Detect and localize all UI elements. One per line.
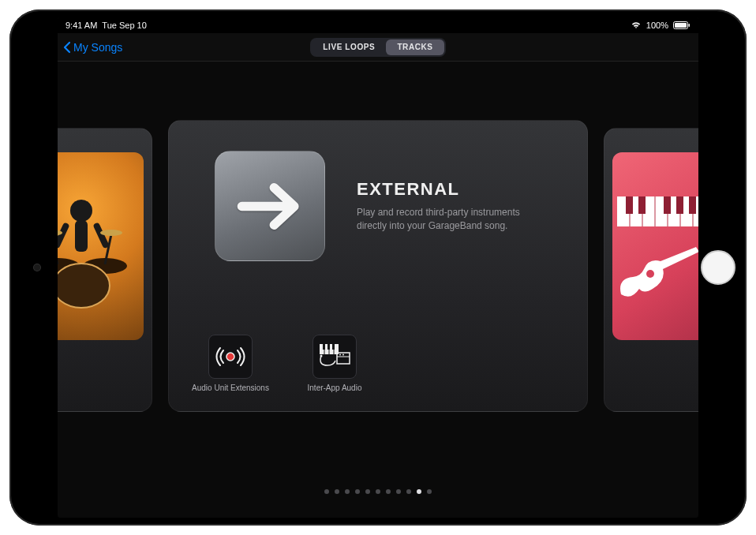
status-date: Tue Sep 10 xyxy=(102,21,146,30)
option-inter-app-audio[interactable]: Inter-App Audio xyxy=(292,335,377,392)
status-bar: 9:41 AM Tue Sep 10 100% xyxy=(58,17,698,33)
chevron-left-icon xyxy=(62,41,72,54)
page-dot[interactable] xyxy=(386,489,391,494)
svg-rect-5 xyxy=(58,222,70,249)
segment-live-loops[interactable]: LIVE LOOPS xyxy=(312,39,386,55)
card-description: Play and record third-party instruments … xyxy=(357,206,538,234)
status-time: 9:41 AM xyxy=(65,21,97,30)
page-dot[interactable] xyxy=(376,489,380,494)
carousel-card-previous[interactable] xyxy=(58,128,152,412)
svg-rect-37 xyxy=(638,196,646,214)
wifi-icon xyxy=(631,21,642,29)
page-dot[interactable] xyxy=(324,489,329,494)
inter-app-audio-icon xyxy=(313,335,357,379)
carousel-card-next[interactable] xyxy=(604,128,698,412)
svg-rect-39 xyxy=(676,196,683,214)
external-arrow-icon xyxy=(215,151,325,261)
page-dot[interactable] xyxy=(417,489,421,494)
svg-rect-1 xyxy=(675,23,687,28)
option-label: Audio Unit Extensions xyxy=(192,383,269,392)
instrument-carousel[interactable]: EXTERNAL Play and record third-party ins… xyxy=(58,120,698,420)
svg-point-41 xyxy=(646,270,654,278)
card-title: EXTERNAL xyxy=(357,179,538,200)
ipad-device-frame: 9:41 AM Tue Sep 10 100% xyxy=(0,0,756,535)
svg-rect-36 xyxy=(626,196,633,214)
carousel-card-external: EXTERNAL Play and record third-party ins… xyxy=(168,120,588,412)
status-battery-text: 100% xyxy=(646,21,668,30)
svg-rect-2 xyxy=(689,24,691,27)
svg-point-14 xyxy=(100,230,122,236)
audio-unit-icon xyxy=(208,335,253,379)
svg-rect-22 xyxy=(327,344,330,350)
svg-point-28 xyxy=(320,355,323,357)
svg-point-26 xyxy=(339,354,341,356)
page-dot[interactable] xyxy=(406,489,411,494)
svg-rect-38 xyxy=(664,196,671,214)
svg-point-3 xyxy=(70,200,92,222)
page-dot[interactable] xyxy=(427,489,432,494)
battery-icon xyxy=(673,21,691,29)
svg-rect-40 xyxy=(689,196,696,214)
back-label: My Songs xyxy=(73,41,122,54)
piano-keys-icon xyxy=(617,192,698,231)
front-camera xyxy=(34,264,40,271)
guitar-icon xyxy=(617,245,698,301)
svg-rect-23 xyxy=(332,344,335,350)
segment-tracks[interactable]: TRACKS xyxy=(386,39,443,55)
page-indicator[interactable] xyxy=(58,489,698,494)
option-audio-unit-extensions[interactable]: Audio Unit Extensions xyxy=(188,335,273,392)
page-dot[interactable] xyxy=(335,489,339,494)
screen: 9:41 AM Tue Sep 10 100% xyxy=(58,17,698,518)
home-button[interactable] xyxy=(701,250,735,285)
segmented-control: LIVE LOOPS TRACKS xyxy=(310,38,445,57)
page-dot[interactable] xyxy=(345,489,350,494)
option-label: Inter-App Audio xyxy=(308,383,362,392)
svg-point-27 xyxy=(342,354,344,356)
svg-rect-4 xyxy=(75,220,88,252)
nav-bar: My Songs LIVE LOOPS TRACKS xyxy=(58,33,698,62)
svg-rect-21 xyxy=(323,344,325,350)
page-dot[interactable] xyxy=(396,489,401,494)
page-dot[interactable] xyxy=(365,489,370,494)
page-dot[interactable] xyxy=(355,489,360,494)
keyboard-guitar-illustration xyxy=(612,152,698,340)
drummer-illustration xyxy=(58,152,144,340)
back-button[interactable]: My Songs xyxy=(62,41,122,54)
